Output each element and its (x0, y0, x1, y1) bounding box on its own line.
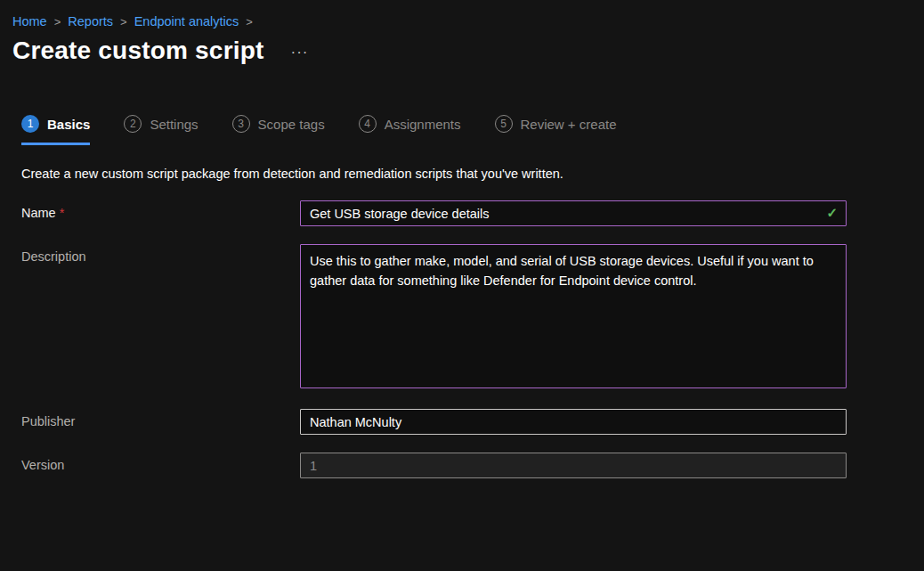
required-asterisk: * (60, 206, 65, 220)
tab-assignments[interactable]: 4 Assignments (359, 115, 461, 145)
name-input-wrap: ✓ (300, 200, 847, 226)
intro-text: Create a new custom script package from … (0, 167, 924, 181)
description-label-cell: Description (21, 244, 300, 388)
basics-form: Name* ✓ Description Use this to gather m… (0, 200, 924, 478)
name-input[interactable] (300, 200, 847, 226)
wizard-steps: 1 Basics 2 Settings 3 Scope tags 4 Assig… (0, 115, 924, 145)
title-row: Create custom script ··· (0, 29, 924, 65)
version-input-wrap (300, 453, 847, 478)
tab-basics-label: Basics (47, 117, 90, 132)
page-title: Create custom script (12, 37, 264, 65)
publisher-row: Publisher (21, 409, 924, 435)
step-5-badge: 5 (495, 115, 513, 133)
step-1-badge: 1 (21, 115, 39, 133)
more-options-icon[interactable]: ··· (291, 45, 309, 65)
publisher-input-wrap (300, 409, 847, 435)
version-label-cell: Version (21, 453, 300, 478)
version-row: Version (21, 453, 924, 478)
tab-scope-tags-label: Scope tags (258, 117, 325, 132)
name-label: Name (21, 206, 56, 220)
breadcrumb-reports[interactable]: Reports (68, 14, 113, 29)
breadcrumb-home[interactable]: Home (12, 14, 47, 29)
tab-settings[interactable]: 2 Settings (124, 115, 198, 145)
publisher-input[interactable] (300, 409, 847, 435)
breadcrumb-separator: > (246, 15, 253, 29)
step-3-badge: 3 (232, 115, 250, 133)
name-row: Name* ✓ (21, 200, 924, 226)
tab-settings-label: Settings (150, 117, 198, 132)
tab-review-create[interactable]: 5 Review + create (495, 115, 617, 145)
description-row: Description Use this to gather make, mod… (21, 244, 924, 388)
step-4-badge: 4 (359, 115, 377, 133)
breadcrumb: Home > Reports > Endpoint analytics > (0, 0, 924, 29)
step-2-badge: 2 (124, 115, 142, 133)
tab-review-create-label: Review + create (521, 117, 617, 132)
description-input-wrap: Use this to gather make, model, and seri… (300, 244, 847, 388)
description-textarea[interactable]: Use this to gather make, model, and seri… (300, 244, 847, 388)
tab-basics[interactable]: 1 Basics (21, 115, 90, 145)
version-input (300, 453, 847, 478)
description-label: Description (21, 249, 86, 264)
tab-assignments-label: Assignments (385, 117, 461, 132)
breadcrumb-separator: > (54, 15, 61, 29)
breadcrumb-endpoint-analytics[interactable]: Endpoint analytics (134, 14, 239, 29)
breadcrumb-separator: > (120, 15, 127, 29)
publisher-label-cell: Publisher (21, 409, 300, 435)
tab-scope-tags[interactable]: 3 Scope tags (232, 115, 325, 145)
version-label: Version (21, 458, 64, 472)
publisher-label: Publisher (21, 414, 75, 428)
name-label-cell: Name* (21, 200, 300, 226)
